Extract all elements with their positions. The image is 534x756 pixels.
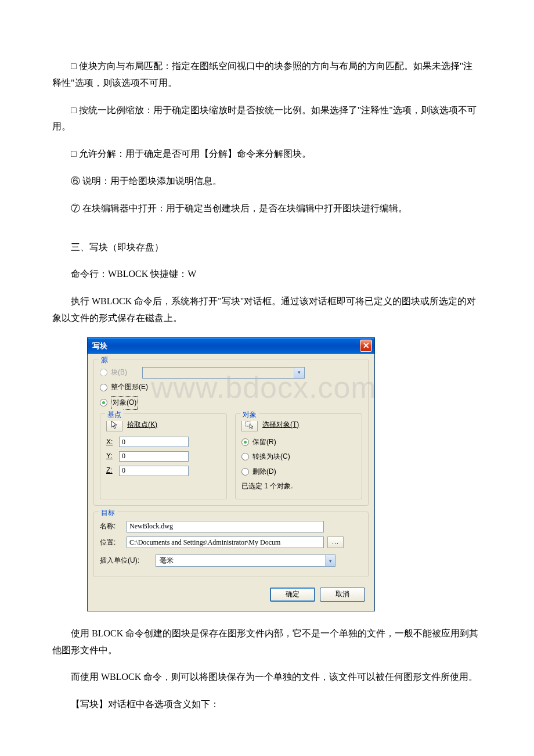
paragraph: ⑥ 说明：用于给图块添加说明信息。 (52, 173, 482, 190)
radio-whole-label: 整个图形(E) (111, 381, 148, 394)
unit-label: 插入单位(U): (100, 555, 152, 567)
radio-whole-drawing[interactable] (100, 384, 107, 391)
pick-point-label: 拾取点(K) (127, 419, 157, 431)
z-input[interactable] (119, 466, 189, 476)
unit-dropdown[interactable]: 毫米 ▾ (156, 555, 335, 567)
paragraph: 使用 BLOCK 命令创建的图块是保存在图形文件内部，它不是一个单独的文件，一般… (52, 625, 482, 659)
paragraph: 命令行：WBLOCK 快捷键：W (52, 266, 482, 283)
group-title-objects: 对象 (240, 409, 259, 422)
titlebar[interactable]: 写块 ✕ (88, 338, 374, 354)
radio-convert[interactable] (241, 453, 249, 460)
ok-button[interactable]: 确定 (270, 588, 315, 602)
radio-objects-label: 对象(O) (111, 396, 138, 410)
radio-block-label: 块(B) (111, 366, 127, 379)
chevron-down-icon: ▾ (294, 368, 304, 378)
paragraph: 执行 WBLOCK 命令后，系统将打开"写块"对话框。通过该对话框即可将已定义的… (52, 293, 482, 327)
chevron-down-icon: ▾ (325, 555, 335, 566)
group-title-basepoint: 基点 (105, 409, 124, 422)
paragraph: □ 按统一比例缩放：用于确定图块缩放时是否按统一比例。如果选择了"注释性"选项，… (52, 102, 482, 136)
paragraph: □ 允许分解：用于确定是否可用【分解】命令来分解图块。 (52, 146, 482, 163)
objects-group: 对象 选择对象(T) 保留(R) (235, 413, 362, 499)
group-title-destination: 目标 (99, 507, 117, 520)
x-input[interactable] (119, 437, 189, 447)
x-label: X: (106, 436, 116, 449)
radio-convert-label: 转换为块(C) (252, 451, 290, 463)
name-label: 名称: (100, 520, 123, 533)
cursor-icon (110, 420, 118, 430)
select-objects-label: 选择对象(T) (262, 419, 299, 431)
paragraph: 而使用 WBLOCK 命令，则可以将图块保存为一个单独的文件，该文件可以被任何图… (52, 669, 482, 686)
radio-delete-label: 删除(D) (252, 466, 276, 478)
block-dropdown: ▾ (142, 367, 305, 379)
radio-retain-label: 保留(R) (252, 436, 276, 449)
radio-block (100, 369, 107, 376)
location-input[interactable] (127, 537, 324, 548)
dialog-title: 写块 (92, 339, 107, 352)
paragraph: 【写块】对话框中各选项含义如下： (52, 696, 482, 713)
browse-button[interactable]: ... (327, 537, 344, 548)
name-input[interactable] (127, 521, 324, 532)
y-input[interactable] (119, 451, 189, 462)
section-heading: 三、写块（即块存盘） (52, 239, 482, 256)
selected-count: 已选定 1 个对象. (241, 480, 356, 493)
radio-delete[interactable] (241, 468, 249, 476)
select-icon (245, 421, 254, 429)
paragraph: □ 使块方向与布局匹配：指定在图纸空间视口中的块参照的方向与布局的方向匹配。如果… (52, 58, 482, 92)
group-title-source: 源 (99, 354, 110, 367)
y-label: Y: (106, 450, 116, 463)
destination-group: 目标 名称: 位置: ... 插入单位(U): 毫米 ▾ (93, 512, 369, 577)
basepoint-group: 基点 拾取点(K) X: (100, 413, 227, 499)
cancel-button[interactable]: 取消 (320, 588, 365, 602)
wblock-dialog: www.bdocx.com 写块 ✕ 源 块(B) ▾ 整个图形(E) (87, 337, 375, 611)
close-icon[interactable]: ✕ (360, 340, 372, 352)
radio-retain[interactable] (241, 438, 249, 446)
location-label: 位置: (100, 537, 123, 549)
paragraph: ⑦ 在块编辑器中打开：用于确定当创建块后，是否在块编辑中打开图块进行编辑。 (52, 200, 482, 217)
z-label: Z: (106, 465, 116, 477)
source-group: 源 块(B) ▾ 整个图形(E) 对象(O) (93, 359, 369, 506)
unit-value: 毫米 (156, 555, 325, 567)
radio-objects[interactable] (100, 399, 107, 406)
